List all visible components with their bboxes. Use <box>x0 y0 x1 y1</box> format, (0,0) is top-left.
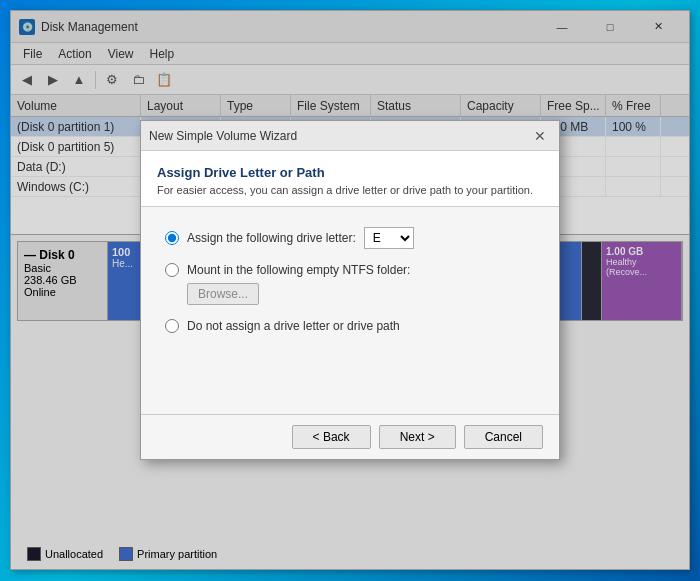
option-drive-letter-radio[interactable] <box>165 231 179 245</box>
modal-header-desc: For easier access, you can assign a driv… <box>157 184 543 196</box>
option-mount-radio-row: Mount in the following empty NTFS folder… <box>165 263 535 277</box>
cancel-button[interactable]: Cancel <box>464 425 543 449</box>
option-mount-label[interactable]: Mount in the following empty NTFS folder… <box>187 263 410 277</box>
modal-body: Assign the following drive letter: E F G… <box>141 207 559 414</box>
modal-overlay: New Simple Volume Wizard ✕ Assign Drive … <box>11 11 689 569</box>
option-noassign-row: Do not assign a drive letter or drive pa… <box>165 319 535 333</box>
browse-button[interactable]: Browse... <box>187 283 259 305</box>
modal-header: Assign Drive Letter or Path For easier a… <box>141 151 559 207</box>
option-drive-letter-label[interactable]: Assign the following drive letter: <box>187 231 356 245</box>
modal-header-title: Assign Drive Letter or Path <box>157 165 543 180</box>
modal-footer: < Back Next > Cancel <box>141 414 559 459</box>
option-mount-row: Mount in the following empty NTFS folder… <box>165 263 535 305</box>
drive-letter-select[interactable]: E F G H <box>364 227 414 249</box>
browse-row: Browse... <box>165 283 535 305</box>
back-button[interactable]: < Back <box>292 425 371 449</box>
option-noassign-radio[interactable] <box>165 319 179 333</box>
modal-close-button[interactable]: ✕ <box>529 125 551 147</box>
option-mount-radio[interactable] <box>165 263 179 277</box>
main-window: 💿 Disk Management — □ ✕ File Action View… <box>10 10 690 570</box>
next-button[interactable]: Next > <box>379 425 456 449</box>
modal-title-bar: New Simple Volume Wizard ✕ <box>141 121 559 151</box>
option-drive-letter-row: Assign the following drive letter: E F G… <box>165 227 535 249</box>
option-noassign-label[interactable]: Do not assign a drive letter or drive pa… <box>187 319 400 333</box>
modal-title: New Simple Volume Wizard <box>149 129 529 143</box>
wizard-modal: New Simple Volume Wizard ✕ Assign Drive … <box>140 120 560 460</box>
